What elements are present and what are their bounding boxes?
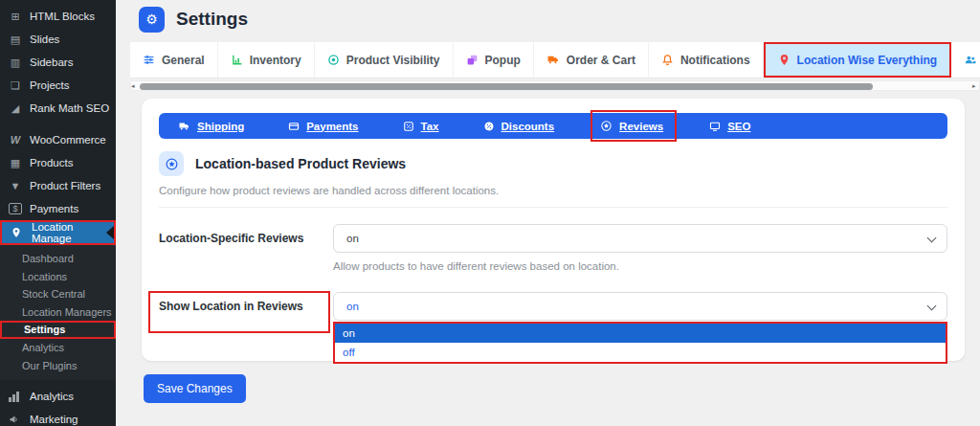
sidebar-item-html-blocks[interactable]: ⊞ HTML Blocks <box>0 5 116 28</box>
tabs-horizontal-scrollbar[interactable]: ◂ ▸ <box>130 80 980 91</box>
current-menu-arrow <box>106 226 114 239</box>
tab-label: General <box>162 54 205 67</box>
field-location-specific-reviews: Location-Specific Reviews on Allow produ… <box>159 224 947 272</box>
tab-order-cart[interactable]: Order & Cart <box>534 42 649 78</box>
location-manage-submenu: Dashboard Locations Stock Central Locati… <box>0 245 116 380</box>
sidebar-item-label: Products <box>30 157 73 168</box>
select-value: on <box>346 301 359 312</box>
submenu-item-analytics[interactable]: Analytics <box>0 339 116 357</box>
sidebar-item-location-manage[interactable]: Location Manage <box>0 220 116 245</box>
reviews-annotation-box: Reviews <box>590 110 677 142</box>
section-title: Location-based Product Reviews <box>195 156 406 171</box>
subnav-label: Reviews <box>619 121 663 132</box>
submenu-item-stock-central[interactable]: Stock Central <box>0 285 116 303</box>
bar-chart-icon <box>9 392 22 402</box>
field-label: Location-Specific Reviews <box>159 224 333 245</box>
star-circle-icon <box>600 120 612 132</box>
submenu-item-dashboard[interactable]: Dashboard <box>0 250 116 268</box>
sidebar-item-analytics[interactable]: Analytics <box>0 385 116 408</box>
sidebar-item-sidebars[interactable]: ▥ Sidebars <box>0 51 116 74</box>
subnav-discounts[interactable]: Discounts <box>483 121 555 132</box>
submenu-item-settings[interactable]: Settings <box>0 321 116 339</box>
sidebar-separator <box>0 120 116 128</box>
sidebar-item-label: Rank Math SEO <box>30 102 109 114</box>
sidebar-item-marketing[interactable]: Marketing <box>0 408 116 426</box>
subnav-reviews[interactable]: Reviews <box>600 120 663 132</box>
sidebar-item-payments[interactable]: $ Payments <box>0 197 116 220</box>
location-specific-reviews-select[interactable]: on <box>333 224 947 253</box>
bell-icon <box>661 54 674 66</box>
sidebar-item-slides[interactable]: ▤ Slides <box>0 28 116 51</box>
field-show-location-in-reviews: Show Location in Reviews on on off <box>159 292 947 333</box>
tab-product-visibility[interactable]: Product Visibility <box>315 42 454 78</box>
sidebar-item-label: Analytics <box>30 391 74 402</box>
tab-general[interactable]: General <box>130 42 218 78</box>
show-location-label-annotation-box: Show Location in Reviews <box>148 291 330 333</box>
tab-label: Product Visibility <box>346 54 440 67</box>
subnav-seo[interactable]: SEO <box>709 121 750 132</box>
sliders-icon <box>143 54 155 66</box>
tab-inventory[interactable]: Inventory <box>218 42 315 78</box>
subnav-tax[interactable]: Tax <box>403 121 439 132</box>
rank-math-icon: ◢ <box>9 103 22 114</box>
submenu-item-locations[interactable]: Locations <box>0 268 116 286</box>
tab-label: Order & Cart <box>567 54 635 67</box>
subnav-label: SEO <box>727 121 750 132</box>
monitor-icon <box>709 121 721 132</box>
sidebar-item-product-filters[interactable]: ▼ Product Filters <box>0 174 116 197</box>
tab-notifications[interactable]: Notifications <box>649 42 764 78</box>
wordpress-admin-screen: ⊞ HTML Blocks ▤ Slides ▥ Sidebars ❏ Proj… <box>0 0 980 426</box>
tab-label: Location Wise Everything <box>797 54 938 67</box>
credit-card-icon <box>288 121 300 132</box>
html-blocks-icon: ⊞ <box>9 11 22 22</box>
tab-label: Notifications <box>680 54 750 67</box>
scroll-left-arrow-icon[interactable]: ◂ <box>131 82 138 89</box>
settings-panel-card: Shipping Payments Tax Discounts <box>142 99 965 361</box>
scroll-right-arrow-icon[interactable]: ▸ <box>972 82 979 89</box>
settings-gear-icon: ⚙ <box>139 7 165 33</box>
truck-icon <box>546 54 560 66</box>
users-icon <box>964 54 977 66</box>
products-icon: ▦ <box>9 158 22 168</box>
sidebar-item-label: HTML Blocks <box>30 11 95 22</box>
settings-tabbar: General Inventory Product Visibility Pop… <box>130 42 980 78</box>
sidebar-item-label: Payments <box>30 203 78 214</box>
option-off[interactable]: off <box>335 343 946 362</box>
scrollbar-track[interactable] <box>138 81 972 90</box>
woocommerce-icon: W <box>9 135 22 146</box>
tab-label: Inventory <box>250 54 301 67</box>
sidebar-item-label: Marketing <box>30 414 78 425</box>
page-title: Settings <box>176 9 248 30</box>
subnav-label: Payments <box>306 121 358 132</box>
tab-user-experience[interactable]: User Experience <box>951 42 980 78</box>
location-map-icon <box>778 54 791 66</box>
option-on[interactable]: on <box>335 324 946 343</box>
submenu-item-location-managers[interactable]: Location Managers <box>0 303 116 322</box>
submenu-item-our-plugins[interactable]: Our Plugins <box>0 357 116 375</box>
sidebar-item-products[interactable]: ▦ Products <box>0 151 116 174</box>
location-pin-icon <box>11 227 24 238</box>
sidebar-item-woocommerce[interactable]: W WooCommerce <box>0 128 116 151</box>
tab-popup[interactable]: Popup <box>454 42 534 78</box>
sidebar-item-label: WooCommerce <box>30 134 106 146</box>
subnav-label: Tax <box>421 121 439 132</box>
tab-label: Popup <box>485 54 521 67</box>
sidebar-item-rank-math-seo[interactable]: ◢ Rank Math SEO <box>0 97 116 120</box>
chevron-down-icon <box>927 302 937 311</box>
sidebar-item-projects[interactable]: ❏ Projects <box>0 74 116 97</box>
subnav-payments[interactable]: Payments <box>288 121 358 132</box>
field-label: Show Location in Reviews <box>159 300 303 313</box>
save-changes-button[interactable]: Save Changes <box>144 374 246 403</box>
subnav-label: Discounts <box>501 121 555 132</box>
sidebars-icon: ▥ <box>9 57 22 68</box>
chevron-down-icon <box>927 234 937 243</box>
truck-icon <box>178 121 190 132</box>
popup-windows-icon <box>466 54 479 66</box>
section-description: Configure how product reviews are handle… <box>159 185 947 196</box>
field-help-text: Allow products to have different reviews… <box>333 260 947 272</box>
tab-location-wise-everything[interactable]: Location Wise Everything <box>764 42 952 78</box>
scrollbar-thumb[interactable] <box>140 83 873 90</box>
show-location-in-reviews-select[interactable]: on <box>333 292 947 321</box>
subnav-shipping[interactable]: Shipping <box>178 121 244 132</box>
inventory-chart-icon <box>231 54 243 66</box>
